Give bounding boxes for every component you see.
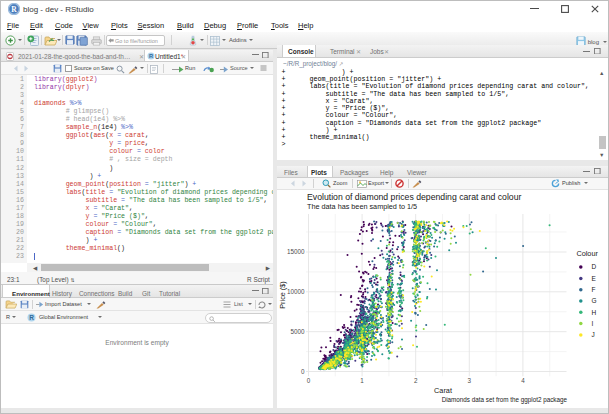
- svg-text:Diamonds data set from the ggp: Diamonds data set from the ggplot2 packa…: [442, 395, 568, 403]
- svg-text:H: H: [592, 308, 597, 315]
- svg-text:4: 4: [521, 376, 525, 383]
- svg-text:10000: 10000: [287, 288, 305, 295]
- svg-text:0: 0: [307, 376, 311, 383]
- svg-text:Colour: Colour: [576, 249, 598, 258]
- svg-text:5000: 5000: [290, 327, 305, 334]
- svg-text:F: F: [592, 286, 596, 293]
- svg-text:The data has been sampled to 1: The data has been sampled to 1/5: [307, 201, 417, 210]
- svg-text:15000: 15000: [287, 248, 305, 255]
- svg-text:3: 3: [468, 376, 472, 383]
- svg-text:Carat: Carat: [434, 386, 452, 395]
- svg-text:D: D: [592, 263, 597, 270]
- svg-text:I: I: [592, 319, 594, 326]
- svg-text:E: E: [592, 274, 597, 281]
- svg-text:Price ($): Price ($): [278, 281, 287, 309]
- svg-text:R: R: [29, 314, 34, 321]
- svg-text:2: 2: [414, 376, 418, 383]
- svg-text:J: J: [592, 331, 595, 338]
- svg-text:0: 0: [301, 367, 305, 374]
- svg-text:Evolution of diamond prices de: Evolution of diamond prices depending ca…: [307, 191, 522, 201]
- svg-text:G: G: [592, 297, 597, 304]
- svg-text:1: 1: [360, 376, 364, 383]
- svg-text:R: R: [11, 4, 17, 13]
